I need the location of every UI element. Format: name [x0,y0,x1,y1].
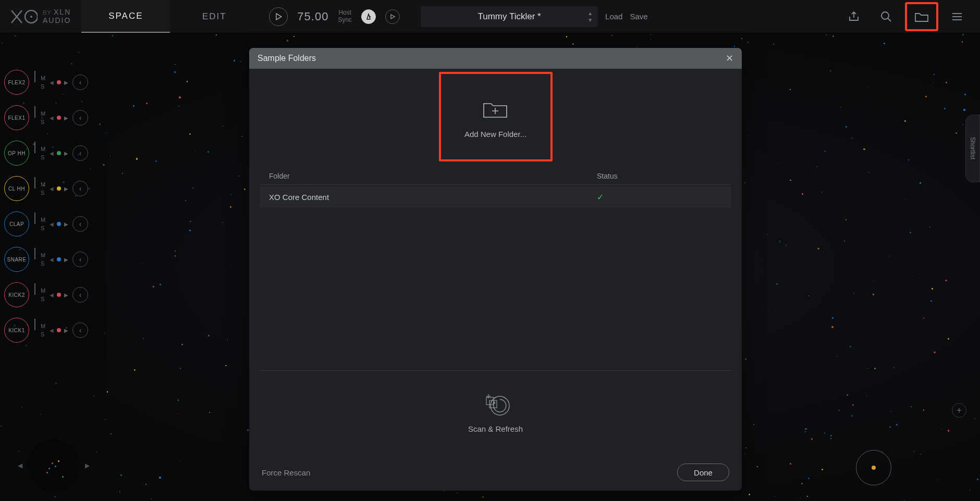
prev-sample[interactable]: ◀ [50,186,54,192]
host-sync-label[interactable]: Host Sync [338,9,352,23]
sample-dot[interactable] [753,424,754,425]
swap-sample[interactable]: ‹ [72,74,88,90]
sample-dot[interactable] [908,159,909,160]
sample-dot[interactable] [977,479,978,480]
sample-dot[interactable] [830,70,831,71]
sample-dot[interactable] [175,255,176,256]
sample-dot[interactable] [160,284,161,285]
sample-dot[interactable] [964,94,966,95]
sample-dot[interactable] [566,36,567,37]
sample-dot[interactable] [846,219,847,220]
sample-dot[interactable] [153,286,154,287]
channel-select[interactable]: FLEX1 [4,105,29,130]
sample-dot[interactable] [227,339,228,340]
sample-dot[interactable] [847,394,848,396]
sample-dot[interactable] [192,187,194,189]
sample-dot[interactable] [905,199,906,200]
solo-button[interactable]: S [41,154,45,160]
play-sample[interactable]: ▶ [64,292,68,298]
play-sample[interactable]: ▶ [64,151,68,156]
sample-dot[interactable] [195,151,196,152]
sample-dot[interactable] [216,34,217,35]
sample-dot[interactable] [178,399,179,401]
sample-dot[interactable] [745,447,746,448]
sample-dot[interactable] [891,411,892,412]
sample-dot[interactable] [830,438,831,439]
sample-dot[interactable] [287,40,288,41]
play-sample[interactable]: ▶ [64,221,68,227]
sample-dot[interactable] [749,494,750,495]
sample-dot[interactable] [775,496,776,497]
swap-sample[interactable]: ‹ [72,110,88,126]
sample-dot[interactable] [111,433,112,435]
save-button[interactable]: Save [630,12,647,21]
mute-button[interactable]: M [41,252,45,258]
play-sample[interactable]: ▶ [64,328,68,333]
chevron-down-icon[interactable]: ▼ [587,17,593,23]
sample-dot[interactable] [863,148,865,150]
chevron-up-icon[interactable]: ▲ [587,10,593,16]
sample-dot[interactable] [873,294,874,295]
sample-dot[interactable] [189,230,191,231]
sample-dot[interactable] [223,126,223,126]
sample-dot[interactable] [767,234,767,235]
solo-button[interactable]: S [41,190,45,196]
mute-button[interactable]: M [41,110,45,117]
export-icon[interactable] [840,3,867,30]
sample-dot[interactable] [234,60,235,61]
sample-dot[interactable] [122,173,124,174]
sample-dot[interactable] [974,418,975,419]
sample-dot[interactable] [773,44,774,45]
sample-dot[interactable] [925,96,927,97]
sample-dot[interactable] [802,193,803,194]
sample-dot[interactable] [844,241,845,242]
tab-space[interactable]: SPACE [81,0,170,33]
sample-dot[interactable] [222,222,223,223]
sample-dot[interactable] [185,200,186,201]
sample-dot[interactable] [444,491,444,491]
sample-dot[interactable] [889,427,890,428]
sample-dot[interactable] [180,368,181,369]
sample-dot[interactable] [805,428,806,430]
sample-dot[interactable] [923,409,924,410]
sample-dot[interactable] [868,86,869,87]
sample-dot[interactable] [146,103,148,104]
tab-edit[interactable]: EDIT [170,0,259,33]
preset-stepper[interactable]: ▲ ▼ [587,10,593,23]
sample-dot[interactable] [962,124,963,125]
swap-sample[interactable]: ‹ [72,181,88,196]
swap-sample[interactable]: ‹ [72,145,88,161]
play-sample[interactable]: ▶ [64,80,68,85]
prev-sample[interactable]: ◀ [50,115,54,121]
sample-dot[interactable] [175,250,176,252]
sample-dot[interactable] [832,317,834,319]
sample-dot[interactable] [247,429,249,431]
sample-dot[interactable] [790,180,791,181]
sample-dot[interactable] [884,43,885,44]
preset-name[interactable]: Tummy Tickler * ▲ ▼ [421,6,598,27]
sample-dot[interactable] [853,293,854,294]
channel-select[interactable]: CLAP [4,211,29,236]
sample-dot[interactable] [826,34,827,35]
sample-dot[interactable] [817,166,817,167]
minimap-next[interactable]: ▶ [85,462,90,469]
sample-dot[interactable] [143,338,144,339]
sample-dot[interactable] [846,126,847,128]
sample-dot[interactable] [786,245,787,246]
scan-refresh-icon[interactable] [481,392,510,417]
sample-dot[interactable] [936,318,937,319]
sample-dot[interactable] [572,43,574,45]
sample-dot[interactable] [963,109,965,110]
sample-dot[interactable] [650,39,651,40]
sample-dot[interactable] [110,156,111,156]
sample-dot[interactable] [482,496,484,498]
channel-level[interactable] [33,324,36,336]
sample-dot[interactable] [175,64,175,65]
sample-dot[interactable] [817,248,819,249]
sample-dot[interactable] [768,310,768,310]
sample-dot[interactable] [637,46,638,47]
sample-dot[interactable] [896,424,898,425]
sample-dot[interactable] [934,74,935,75]
channel-level[interactable] [33,147,36,159]
sample-dot[interactable] [151,498,152,499]
